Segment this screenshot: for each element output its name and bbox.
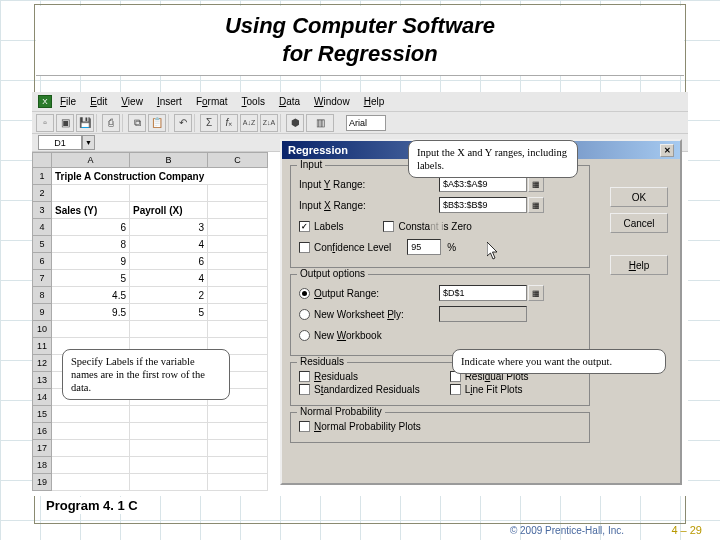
cell-a3[interactable]: Sales (Y): [52, 202, 130, 219]
range-picker-icon[interactable]: ▦: [528, 285, 544, 301]
menu-tools[interactable]: Tools: [236, 94, 271, 109]
zoom-button[interactable]: ▥: [306, 114, 334, 132]
cell[interactable]: [208, 219, 268, 236]
cell[interactable]: [130, 457, 208, 474]
checkbox-lineplots[interactable]: [450, 384, 461, 395]
cell[interactable]: [208, 440, 268, 457]
undo-button[interactable]: ↶: [174, 114, 192, 132]
row-header[interactable]: 11: [32, 338, 52, 355]
cell[interactable]: [52, 406, 130, 423]
font-selector[interactable]: Arial: [346, 115, 386, 131]
input-yrange[interactable]: $A$3:$A$9: [439, 176, 527, 192]
cell-b3[interactable]: Payroll (X): [130, 202, 208, 219]
cell[interactable]: [208, 304, 268, 321]
checkbox-labels[interactable]: ✓: [299, 221, 310, 232]
cell[interactable]: 4.5: [52, 287, 130, 304]
row-header[interactable]: 6: [32, 253, 52, 270]
row-header[interactable]: 4: [32, 219, 52, 236]
cell[interactable]: [52, 423, 130, 440]
checkbox-conflevel[interactable]: [299, 242, 310, 253]
cell-a1[interactable]: Triple A Construction Company: [52, 168, 268, 185]
row-header[interactable]: 19: [32, 474, 52, 491]
cell[interactable]: [208, 287, 268, 304]
help-button[interactable]: Help: [610, 255, 668, 275]
cell[interactable]: 4: [130, 270, 208, 287]
radio-newply[interactable]: [299, 309, 310, 320]
cell[interactable]: [52, 474, 130, 491]
row-header[interactable]: 18: [32, 457, 52, 474]
menu-window[interactable]: Window: [308, 94, 356, 109]
menu-insert[interactable]: Insert: [151, 94, 188, 109]
row-header[interactable]: 17: [32, 440, 52, 457]
cell[interactable]: 6: [52, 219, 130, 236]
row-header[interactable]: 8: [32, 287, 52, 304]
cell[interactable]: [130, 440, 208, 457]
cell[interactable]: [208, 321, 268, 338]
menu-data[interactable]: Data: [273, 94, 306, 109]
checkbox-stdres[interactable]: [299, 384, 310, 395]
range-picker-icon[interactable]: ▦: [528, 197, 544, 213]
col-header[interactable]: C: [208, 152, 268, 168]
cell[interactable]: [208, 185, 268, 202]
cell[interactable]: [52, 457, 130, 474]
close-button[interactable]: ✕: [660, 144, 674, 157]
menu-file[interactable]: File: [54, 94, 82, 109]
cell[interactable]: [208, 457, 268, 474]
row-header[interactable]: 15: [32, 406, 52, 423]
open-button[interactable]: ▣: [56, 114, 74, 132]
menu-edit[interactable]: Edit: [84, 94, 113, 109]
cell[interactable]: [130, 185, 208, 202]
row-header[interactable]: 2: [32, 185, 52, 202]
ok-button[interactable]: OK: [610, 187, 668, 207]
cell[interactable]: 6: [130, 253, 208, 270]
row-header[interactable]: 5: [32, 236, 52, 253]
cell[interactable]: [208, 423, 268, 440]
menu-format[interactable]: Format: [190, 94, 234, 109]
cell[interactable]: [208, 474, 268, 491]
row-header[interactable]: 12: [32, 355, 52, 372]
row-header[interactable]: 14: [32, 389, 52, 406]
cell[interactable]: [130, 321, 208, 338]
cell[interactable]: [208, 202, 268, 219]
checkbox-normprob[interactable]: [299, 421, 310, 432]
input-xrange[interactable]: $B$3:$B$9: [439, 197, 527, 213]
new-button[interactable]: ▫: [36, 114, 54, 132]
cell[interactable]: [208, 236, 268, 253]
row-header[interactable]: 3: [32, 202, 52, 219]
cell[interactable]: [130, 474, 208, 491]
chart-button[interactable]: ⬢: [286, 114, 304, 132]
cell[interactable]: 9: [52, 253, 130, 270]
select-all-corner[interactable]: [32, 152, 52, 168]
range-picker-icon[interactable]: ▦: [528, 176, 544, 192]
row-header[interactable]: 9: [32, 304, 52, 321]
col-header[interactable]: B: [130, 152, 208, 168]
cell[interactable]: [52, 321, 130, 338]
cell[interactable]: [208, 406, 268, 423]
name-box[interactable]: D1: [38, 135, 82, 150]
checkbox-residuals[interactable]: [299, 371, 310, 382]
sum-button[interactable]: Σ: [200, 114, 218, 132]
cell[interactable]: 5: [130, 304, 208, 321]
cell[interactable]: 8: [52, 236, 130, 253]
row-header[interactable]: 10: [32, 321, 52, 338]
cell[interactable]: 4: [130, 236, 208, 253]
fx-button[interactable]: fₓ: [220, 114, 238, 132]
cell[interactable]: [52, 185, 130, 202]
cell[interactable]: 9.5: [52, 304, 130, 321]
row-header[interactable]: 13: [32, 372, 52, 389]
checkbox-constzero[interactable]: [383, 221, 394, 232]
cell[interactable]: [52, 440, 130, 457]
copy-button[interactable]: ⧉: [128, 114, 146, 132]
cell[interactable]: [208, 270, 268, 287]
col-header[interactable]: A: [52, 152, 130, 168]
row-header[interactable]: 1: [32, 168, 52, 185]
sort-asc-button[interactable]: A↓Z: [240, 114, 258, 132]
cell[interactable]: 2: [130, 287, 208, 304]
sort-desc-button[interactable]: Z↓A: [260, 114, 278, 132]
cell[interactable]: [208, 253, 268, 270]
input-newply[interactable]: [439, 306, 527, 322]
radio-newwb[interactable]: [299, 330, 310, 341]
cell[interactable]: [130, 423, 208, 440]
input-outrange[interactable]: $D$1: [439, 285, 527, 301]
paste-button[interactable]: 📋: [148, 114, 166, 132]
